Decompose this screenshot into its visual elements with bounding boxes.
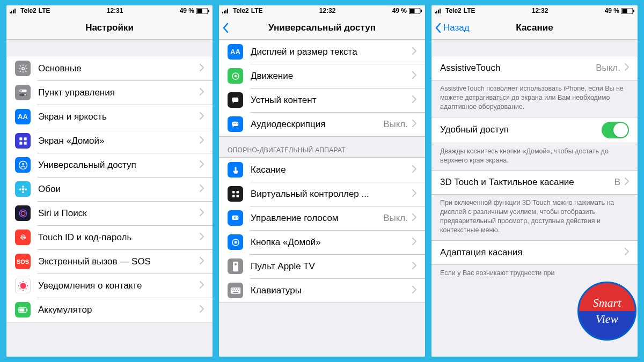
svg-rect-38: [224, 11, 225, 13]
watermark-line2: View: [596, 313, 618, 325]
chevron-right-icon: [200, 88, 204, 98]
settings-row[interactable]: Touch ID и код-пароль: [6, 225, 213, 249]
footer-reachability: Дважды коснитесь кнопки «Домой», чтобы д…: [431, 143, 638, 171]
svg-rect-73: [233, 292, 238, 293]
row-value: Выкл.: [383, 119, 408, 130]
svg-point-17: [22, 162, 24, 165]
svg-rect-15: [24, 142, 26, 144]
svg-rect-56: [234, 217, 235, 219]
svg-rect-70: [234, 290, 235, 291]
svg-rect-57: [236, 216, 236, 219]
settings-row[interactable]: Устный контент: [219, 88, 425, 112]
svg-point-20: [22, 191, 24, 193]
row-label: 3D Touch и Тактильное касание: [440, 177, 614, 188]
chevron-right-icon: [412, 189, 416, 199]
row-label: Виртуальный контроллер ...: [251, 189, 412, 200]
settings-row[interactable]: Управление голосомВыкл.: [219, 206, 425, 230]
svg-point-7: [21, 67, 24, 70]
network-label: LTE: [39, 7, 50, 14]
svg-rect-42: [409, 9, 414, 13]
battery-icon: [15, 302, 31, 317]
row-label: Клавиатуры: [251, 285, 412, 296]
settings-row[interactable]: Кнопка «Домой»: [219, 230, 425, 254]
row-reachability[interactable]: Удобный доступ: [431, 117, 638, 143]
svg-rect-69: [232, 290, 233, 291]
svg-point-31: [25, 282, 26, 283]
svg-point-25: [20, 283, 26, 289]
settings-row[interactable]: Клавиатуры: [219, 278, 425, 302]
settings-row[interactable]: Основные: [6, 56, 213, 80]
svg-point-29: [27, 285, 28, 286]
content[interactable]: AAДисплей и размер текстаДвижениеУстный …: [219, 40, 425, 357]
settings-row[interactable]: Siri и Поиск: [6, 201, 213, 225]
keyboard-icon: [228, 283, 243, 298]
motion-icon: [228, 68, 243, 84]
svg-point-28: [18, 285, 19, 286]
settings-row[interactable]: Аккумулятор: [6, 298, 213, 322]
row-label: Уведомления о контакте: [38, 280, 200, 291]
settings-row[interactable]: Универсальный доступ: [6, 153, 213, 177]
chevron-right-icon: [200, 233, 204, 242]
row-3d-touch[interactable]: 3D Touch и Тактильное касание В: [431, 171, 638, 194]
sos-icon: SOS: [15, 254, 31, 269]
chevron-right-icon: [412, 71, 416, 81]
chevron-right-icon: [625, 248, 629, 257]
nav-bar: Назад Касание: [431, 16, 638, 40]
chevron-right-icon: [200, 305, 204, 315]
svg-rect-68: [238, 288, 239, 289]
network-label: LTE: [464, 7, 475, 14]
settings-row[interactable]: Пульт Apple TV: [219, 254, 425, 278]
settings-row[interactable]: АудиодескрипцияВыкл.: [219, 112, 425, 136]
row-label: Устный контент: [251, 95, 412, 106]
settings-row[interactable]: Пункт управления: [6, 80, 213, 105]
svg-rect-74: [435, 12, 436, 13]
chevron-right-icon: [412, 213, 416, 223]
row-label: Siri и Поиск: [38, 208, 200, 219]
signal-icon: [10, 8, 18, 13]
svg-rect-72: [238, 290, 239, 291]
settings-row[interactable]: Обои: [6, 177, 213, 201]
svg-rect-3: [14, 9, 16, 13]
svg-rect-0: [10, 12, 11, 13]
battery-icon: [409, 8, 422, 14]
settings-row[interactable]: Уведомления о контакте: [6, 274, 213, 298]
svg-rect-35: [19, 308, 24, 312]
svg-rect-40: [227, 9, 228, 13]
chevron-right-icon: [412, 262, 416, 271]
toggle-reachability[interactable]: [602, 122, 629, 138]
svg-rect-77: [440, 9, 441, 13]
siri-icon: [15, 205, 31, 221]
row-assistive-touch[interactable]: AssistiveTouch Выкл.: [431, 56, 638, 80]
settings-row[interactable]: Движение: [219, 64, 425, 88]
svg-rect-1: [11, 11, 12, 13]
svg-rect-79: [622, 9, 627, 13]
svg-point-30: [19, 282, 20, 283]
chevron-right-icon: [412, 165, 416, 175]
gear-icon: [15, 61, 31, 76]
settings-row[interactable]: AAДисплей и размер текста: [219, 40, 425, 64]
settings-row[interactable]: Экран «Домой»: [6, 129, 213, 153]
home-icon: [228, 234, 243, 250]
settings-row[interactable]: Касание: [219, 158, 425, 182]
back-button[interactable]: Назад: [435, 23, 470, 33]
svg-rect-43: [421, 10, 422, 12]
svg-point-26: [22, 280, 23, 282]
settings-row[interactable]: AAЭкран и яркость: [6, 105, 213, 129]
person-icon: [15, 157, 31, 173]
settings-row[interactable]: Виртуальный контроллер ...: [219, 182, 425, 206]
battery-icon: [621, 8, 634, 14]
row-label: Управление голосом: [251, 213, 383, 224]
svg-point-24: [21, 211, 25, 216]
content[interactable]: ОсновныеПункт управленияAAЭкран и яркост…: [6, 40, 213, 357]
svg-rect-6: [208, 10, 209, 12]
settings-row[interactable]: SOSЭкстренный вызов — SOS: [6, 249, 213, 274]
svg-rect-64: [231, 288, 232, 289]
phone-accessibility: Tele2 LTE 12:32 49 % Универсальный досту…: [219, 5, 425, 357]
flower-icon: [15, 181, 31, 197]
footer-touch-accommodation: Если у Вас возникают трудности при: [431, 265, 638, 283]
svg-rect-66: [235, 288, 236, 289]
row-label: Экстренный вызов — SOS: [38, 256, 200, 267]
back-button[interactable]: [222, 23, 231, 33]
svg-rect-67: [237, 288, 238, 289]
row-touch-accommodation[interactable]: Адаптация касания: [431, 241, 638, 264]
